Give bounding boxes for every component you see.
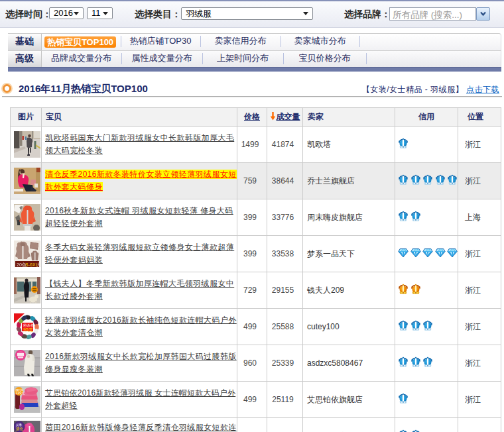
svg-text:清仓: 清仓 [16, 427, 24, 431]
svg-text:95元: 95元 [23, 327, 33, 332]
svg-text:大: 大 [36, 262, 40, 267]
svg-text:119元: 119元 [16, 391, 26, 395]
